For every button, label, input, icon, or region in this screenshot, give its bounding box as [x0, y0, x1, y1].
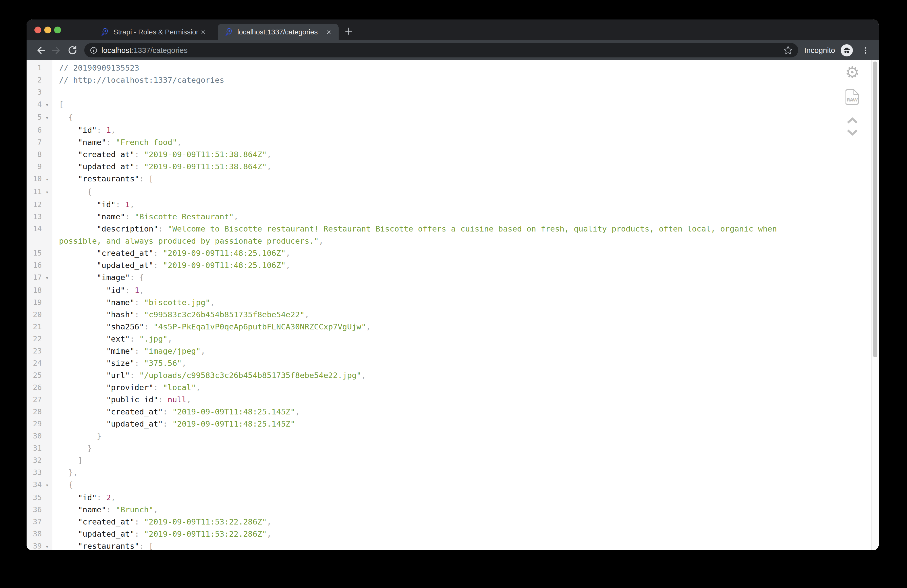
code-text: "id": 1,	[53, 284, 144, 296]
line-number: 31	[27, 442, 42, 454]
fold-toggle-icon[interactable]: ▾	[42, 541, 52, 550]
traffic-lights	[34, 19, 61, 40]
raw-label: RAW	[846, 97, 858, 103]
scrollbar-thumb[interactable]	[873, 61, 877, 357]
bookmark-star-icon[interactable]	[783, 45, 793, 55]
fold-toggle-icon[interactable]: ▾	[42, 99, 52, 111]
line-number: 32	[27, 454, 42, 466]
code-line: 20 "hash": "c99583c3c26b454b851735f8ebe5…	[27, 308, 871, 320]
line-number: 25	[27, 369, 42, 381]
code-text: "updated_at": "2019-09-09T11:53:22.286Z"…	[53, 528, 272, 540]
line-number: 4	[27, 98, 42, 110]
fold-toggle-icon[interactable]: ▾	[42, 272, 52, 284]
code-line: 34▾ {	[27, 479, 871, 491]
code-text: "updated_at": "2019-09-09T11:48:25.106Z"…	[53, 259, 290, 271]
minimize-window-button[interactable]	[44, 27, 51, 34]
address-bar[interactable]: localhost:1337/categories	[84, 43, 798, 58]
code-text: "id": 1,	[53, 199, 135, 210]
fold-toggle-icon[interactable]: ▾	[42, 479, 52, 491]
line-number: 29	[27, 418, 42, 430]
line-number: 6	[27, 124, 42, 136]
tab-close-icon[interactable]	[199, 28, 208, 37]
line-number: 38	[27, 528, 42, 540]
zoom-window-button[interactable]	[54, 27, 61, 34]
code-text: [	[53, 98, 64, 110]
code-line: 33 },	[27, 466, 871, 479]
incognito-avatar-icon[interactable]	[841, 44, 853, 56]
code-text: "ext": ".jpg",	[53, 333, 172, 345]
line-number: 33	[27, 466, 42, 479]
line-number: 39	[27, 540, 42, 550]
code-line: 15 "created_at": "2019-09-09T11:48:25.10…	[27, 247, 871, 259]
expand-all-icon[interactable]	[846, 128, 859, 137]
code-line: 3	[27, 86, 871, 98]
fold-toggle-icon[interactable]: ▾	[42, 112, 52, 124]
line-number: 27	[27, 393, 42, 405]
tab-strip: Strapi - Roles & Permissions localhost:1…	[27, 19, 879, 40]
line-number: 26	[27, 381, 42, 393]
code-text: "hash": "c99583c3c26b454b851735f8ebe54e2…	[53, 308, 309, 320]
site-info-icon[interactable]	[90, 46, 98, 54]
code-text: "image": {	[53, 271, 144, 284]
view-raw-icon[interactable]: RAW	[846, 89, 859, 106]
reload-button[interactable]	[66, 44, 79, 57]
line-number: 20	[27, 308, 42, 320]
code-line: 30 }	[27, 430, 871, 442]
new-tab-button[interactable]	[343, 25, 355, 37]
tab-title: Strapi - Roles & Permissions	[114, 28, 199, 36]
line-number: 9	[27, 160, 42, 173]
code-line: 19 "name": "biscotte.jpg",	[27, 296, 871, 308]
line-number: 34	[27, 479, 42, 490]
close-window-button[interactable]	[34, 27, 41, 34]
line-number: 37	[27, 516, 42, 528]
code-text: },	[53, 466, 78, 479]
back-button[interactable]	[34, 44, 47, 57]
collapse-all-icon[interactable]	[846, 116, 859, 125]
line-number: 28	[27, 405, 42, 418]
code-text: "updated_at": "2019-09-09T11:51:38.864Z"…	[53, 160, 272, 173]
fold-toggle-icon[interactable]: ▾	[42, 173, 52, 186]
code-line: 4▾[	[27, 98, 871, 111]
tab-categories[interactable]: localhost:1337/categories	[218, 24, 339, 40]
viewer-controls: ⚙ RAW	[844, 64, 861, 137]
code-line: 18 "id": 1,	[27, 284, 871, 296]
code-text: // http://localhost:1337/categories	[53, 74, 224, 86]
code-line: 5▾ {	[27, 111, 871, 124]
code-line: 38 "updated_at": "2019-09-09T11:53:22.28…	[27, 528, 871, 540]
code-text: "sha256": "4s5P-PkEqa1vP0qeAp6putbFLNCA3…	[53, 320, 371, 333]
code-line: 25 "url": "/uploads/c99583c3c26b454b8517…	[27, 369, 871, 381]
code-line: 28 "created_at": "2019-09-09T11:48:25.14…	[27, 405, 871, 418]
code-line: 22 "ext": ".jpg",	[27, 333, 871, 345]
line-number: 16	[27, 259, 42, 271]
code-line: 39▾ "restaurants": [	[27, 540, 871, 550]
code-text: "restaurants": [	[53, 173, 153, 185]
tab-strapi-admin[interactable]: Strapi - Roles & Permissions	[94, 24, 213, 40]
line-number: 7	[27, 136, 42, 148]
line-number: 2	[27, 74, 42, 86]
tab-close-icon[interactable]	[324, 28, 333, 37]
code-text: "created_at": "2019-09-09T11:51:38.864Z"…	[53, 148, 272, 160]
line-number: 8	[27, 148, 42, 160]
code-line: 11▾ {	[27, 186, 871, 199]
line-number: 12	[27, 199, 42, 210]
scrollbar-track[interactable]	[871, 60, 879, 550]
tab-title: localhost:1337/categories	[237, 28, 324, 36]
code-text: "provider": "local",	[53, 381, 201, 393]
code-line: 2// http://localhost:1337/categories	[27, 74, 871, 86]
code-text: }	[53, 430, 101, 442]
code-text: "mime": "image/jpeg",	[53, 345, 205, 357]
strapi-favicon-icon	[224, 28, 233, 37]
code-text: {	[53, 479, 73, 490]
code-text: "created_at": "2019-09-09T11:48:25.145Z"…	[53, 405, 300, 418]
code-text: "name": "French food",	[53, 136, 182, 148]
forward-button[interactable]	[50, 44, 63, 57]
code-text: {	[53, 186, 92, 198]
fold-toggle-icon[interactable]: ▾	[42, 186, 52, 199]
code-text: "description": "Welcome to Biscotte rest…	[53, 223, 802, 247]
browser-menu-button[interactable]	[859, 44, 872, 57]
code-line: 29 "updated_at": "2019-09-09T11:48:25.14…	[27, 418, 871, 430]
settings-gear-icon[interactable]: ⚙	[845, 64, 859, 80]
code-line: 27 "public_id": null,	[27, 393, 871, 405]
strapi-favicon-icon	[100, 28, 109, 37]
line-number: 30	[27, 430, 42, 442]
